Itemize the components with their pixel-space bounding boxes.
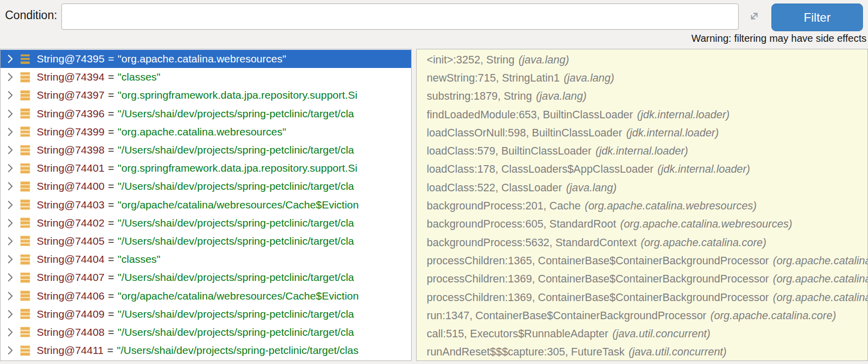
instance-bars-icon <box>20 217 30 228</box>
instance-name: String@74407 <box>37 271 105 283</box>
stack-frame-row[interactable]: runAndReset$$$capture:305, FutureTask (j… <box>417 343 867 361</box>
instance-bars-icon <box>20 345 30 356</box>
instance-name: String@74397 <box>37 89 105 101</box>
instance-name: String@74398 <box>37 144 105 156</box>
instance-row[interactable]: String@74395 = "org.apache.catalina.webr… <box>1 50 411 68</box>
instance-bars-icon <box>20 290 30 301</box>
equals-sign: = <box>108 180 114 192</box>
stack-frame-row[interactable]: backgroundProcess:201, Cache (org.apache… <box>417 197 867 215</box>
instance-value: "org.apache.catalina.webresources" <box>118 126 286 138</box>
stack-frame-method: loadClassOrNull:598, BuiltinClassLoader <box>427 127 622 139</box>
instance-name: String@74400 <box>37 180 105 192</box>
instance-value: "/Users/shai/dev/projects/spring-petclin… <box>118 108 354 120</box>
instance-row[interactable]: String@74399 = "org.apache.catalina.webr… <box>1 123 411 141</box>
instance-value: "/Users/shai/dev/projects/spring-petclin… <box>118 326 354 338</box>
instance-bars-icon <box>20 181 30 192</box>
instance-bars-icon <box>20 90 30 101</box>
stack-frame-row[interactable]: findLoadedModule:653, BuiltinClassLoader… <box>417 106 867 124</box>
chevron-right-icon[interactable] <box>7 327 14 338</box>
stack-frame-row[interactable]: processChildren:1369, ContainerBase$Cont… <box>417 270 867 288</box>
instance-row[interactable]: String@74394 = "classes" <box>1 68 411 86</box>
chevron-right-icon[interactable] <box>7 144 14 156</box>
filter-button[interactable]: Filter <box>771 4 863 31</box>
instance-row[interactable]: String@74397 = "org.springframework.data… <box>1 86 411 104</box>
chevron-right-icon[interactable] <box>7 53 14 64</box>
stack-frame-package: (java.util.concurrent) <box>612 328 711 340</box>
instance-row[interactable]: String@74407 = "/Users/shai/dev/projects… <box>1 268 411 286</box>
stack-frame-row[interactable]: processChildren:1365, ContainerBase$Cont… <box>417 252 867 270</box>
instance-value: "/Users/shai/dev/projects/spring-petclin… <box>118 180 354 192</box>
chevron-right-icon[interactable] <box>7 345 14 356</box>
stack-frame-row[interactable]: substring:1879, String (java.lang) <box>417 88 867 106</box>
chevron-right-icon[interactable] <box>7 236 14 247</box>
instance-name: String@74395 <box>37 53 105 65</box>
instance-row[interactable]: String@74408 = "/Users/shai/dev/projects… <box>1 323 411 341</box>
instance-row[interactable]: String@74401 = "org.springframework.data… <box>1 159 411 177</box>
equals-sign: = <box>108 108 114 120</box>
chevron-right-icon[interactable] <box>7 217 14 229</box>
instance-value: "classes" <box>118 253 161 265</box>
stack-frame-row[interactable]: backgroundProcess:605, StandardRoot (org… <box>417 215 867 234</box>
instance-row[interactable]: String@74406 = "org/apache/catalina/webr… <box>1 286 411 305</box>
stack-frame-method: call:515, Executors$RunnableAdapter <box>427 328 608 340</box>
stack-frame-row[interactable]: loadClass:178, ClassLoaders$AppClassLoad… <box>417 161 867 179</box>
instance-row[interactable]: String@74396 = "/Users/shai/dev/projects… <box>1 105 411 123</box>
stack-frame-package: (java.lang) <box>566 182 616 194</box>
instance-row[interactable]: String@74405 = "/Users/shai/dev/projects… <box>1 232 411 250</box>
stack-frame-package: (org.apache.catalina.core) <box>773 273 867 285</box>
chevron-right-icon[interactable] <box>7 309 14 320</box>
equals-sign: = <box>108 53 114 65</box>
instance-bars-icon <box>20 145 30 156</box>
expand-editor-button[interactable] <box>746 8 763 25</box>
content-panels: String@74395 = "org.apache.catalina.webr… <box>0 49 868 361</box>
equals-sign: = <box>108 89 114 101</box>
instance-row[interactable]: String@74411 = "/Users/shai/dev/projects… <box>1 341 411 359</box>
stack-frame-method: loadClass:178, ClassLoaders$AppClassLoad… <box>427 163 654 176</box>
stack-frame-row[interactable]: processChildren:1369, ContainerBase$Cont… <box>417 288 867 307</box>
instance-bars-icon <box>20 272 30 283</box>
instance-row[interactable]: String@74403 = "org/apache/catalina/webr… <box>1 196 411 214</box>
stack-frame-method: processChildren:1365, ContainerBase$Cont… <box>427 255 769 267</box>
stack-frame-row[interactable]: run:1347, ContainerBase$ContainerBackgro… <box>417 307 867 325</box>
chevron-right-icon[interactable] <box>7 272 14 283</box>
instance-row[interactable]: String@74400 = "/Users/shai/dev/projects… <box>1 177 411 195</box>
condition-input[interactable] <box>61 4 739 30</box>
stack-frame-package: (org.apache.catalina.webresources) <box>620 218 793 231</box>
instance-bars-icon <box>20 108 30 119</box>
instance-row[interactable]: String@74409 = "/Users/shai/dev/projects… <box>1 305 411 323</box>
stack-frame-method: run:1347, ContainerBase$ContainerBackgro… <box>427 310 706 322</box>
instance-row[interactable]: String@74404 = "classes" <box>1 250 411 268</box>
instance-value: "org.apache.catalina.webresources" <box>118 53 286 65</box>
stack-frame-row[interactable]: newString:715, StringLatin1 (java.lang) <box>417 69 867 87</box>
stack-frame-row[interactable]: loadClassOrNull:598, BuiltinClassLoader … <box>417 124 867 142</box>
chevron-right-icon[interactable] <box>7 199 14 210</box>
chevron-right-icon[interactable] <box>7 71 14 83</box>
stack-frame-row[interactable]: loadClass:579, BuiltinClassLoader (jdk.i… <box>417 142 867 160</box>
chevron-right-icon[interactable] <box>7 290 14 302</box>
chevron-right-icon[interactable] <box>7 163 14 174</box>
equals-sign: = <box>107 344 113 356</box>
filter-toolbar: Condition: Filter Warning: filtering may… <box>0 0 868 49</box>
instance-row[interactable]: String@74402 = "/Users/shai/dev/projects… <box>1 214 411 232</box>
instance-name: String@74404 <box>37 253 105 265</box>
equals-sign: = <box>108 126 114 138</box>
chevron-right-icon[interactable] <box>7 108 14 119</box>
chevron-right-icon[interactable] <box>7 254 14 265</box>
stack-frame-package: (java.lang) <box>536 90 586 103</box>
stack-frame-row[interactable]: call:515, Executors$RunnableAdapter (jav… <box>417 325 867 343</box>
instance-name: String@74409 <box>37 308 105 320</box>
stack-frame-row[interactable]: <init>:3252, String (java.lang) <box>417 51 867 69</box>
chevron-right-icon[interactable] <box>7 126 14 137</box>
stack-frame-row[interactable]: backgroundProcess:5632, StandardContext … <box>417 234 867 252</box>
instance-name: String@74394 <box>37 71 105 83</box>
equals-sign: = <box>108 326 114 338</box>
instance-name: String@74405 <box>37 235 105 247</box>
chevron-right-icon[interactable] <box>7 181 14 192</box>
stack-frame-row[interactable]: loadClass:522, ClassLoader (java.lang) <box>417 179 867 197</box>
stack-frame-method: loadClass:579, BuiltinClassLoader <box>427 145 591 158</box>
instance-row[interactable]: String@74398 = "/Users/shai/dev/projects… <box>1 141 411 159</box>
condition-label: Condition: <box>5 9 57 22</box>
stack-frame-package: (java.lang) <box>519 54 569 66</box>
chevron-right-icon[interactable] <box>7 90 14 101</box>
instance-value: "classes" <box>118 71 161 83</box>
